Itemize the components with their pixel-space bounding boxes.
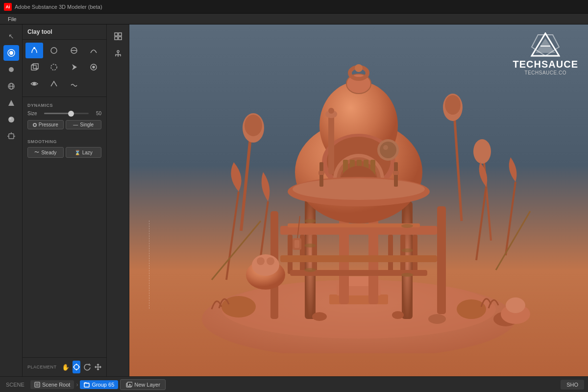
brand-url: TECHSAUCE.CO <box>513 70 578 75</box>
snake-btn[interactable] <box>65 76 83 92</box>
mountain-tool-btn[interactable] <box>3 95 19 111</box>
pressure-label: Pressure <box>39 122 58 127</box>
svg-line-89 <box>241 133 251 231</box>
techsauce-logo <box>531 32 560 57</box>
svg-line-99 <box>476 187 486 260</box>
svg-point-94 <box>445 95 461 115</box>
globe-tool-btn[interactable] <box>3 78 19 94</box>
placement-label: PLACEMENT <box>27 365 57 369</box>
svg-marker-21 <box>72 64 77 70</box>
pressure-btn[interactable]: Pressure <box>27 120 64 129</box>
grid-panel-icon <box>114 32 122 41</box>
group-icon <box>84 382 90 388</box>
group-label: Group 65 <box>92 382 114 388</box>
new-layer-label: New Layer <box>134 382 160 388</box>
svg-point-114 <box>392 311 404 319</box>
svg-point-8 <box>9 118 11 120</box>
menu-bar: File <box>0 14 588 24</box>
left-panel: Clay tool <box>23 24 107 376</box>
svg-point-79 <box>383 145 388 150</box>
svg-point-113 <box>312 312 327 321</box>
bottom-bar: SCENE Scene Root › Group 65 New Layer SH… <box>0 376 588 392</box>
sculpture-svg <box>163 35 555 353</box>
eye-icon <box>30 79 39 88</box>
size-slider-fill <box>44 113 71 114</box>
rotate-placement-btn[interactable] <box>83 361 91 373</box>
svg-rect-130 <box>84 383 89 387</box>
svg-point-2 <box>9 67 14 72</box>
sphere-icon <box>7 116 15 123</box>
brand-name: TECHSAUCE <box>513 59 578 70</box>
svg-rect-35 <box>119 37 122 40</box>
svg-rect-83 <box>318 171 324 175</box>
cube-btn[interactable] <box>25 59 43 75</box>
svg-point-0 <box>9 51 13 55</box>
single-btn[interactable]: — Single <box>66 120 102 129</box>
cube-icon <box>30 63 39 72</box>
scene-label: SCENE <box>4 382 28 388</box>
svg-rect-33 <box>119 33 122 36</box>
single-icon: — <box>73 122 78 127</box>
cross-placement-btn[interactable] <box>94 361 102 373</box>
svg-rect-110 <box>294 240 299 248</box>
svg-point-25 <box>74 365 79 369</box>
svg-point-20 <box>51 64 57 70</box>
svg-point-13 <box>33 47 35 49</box>
lazy-btn[interactable]: ⌛ Lazy <box>66 147 102 158</box>
snake-icon <box>70 79 78 88</box>
anchor-panel-btn[interactable] <box>110 46 126 62</box>
divider-1 <box>23 97 106 97</box>
svg-rect-58 <box>288 223 420 227</box>
lazy-label: Lazy <box>82 150 93 155</box>
hand-placement-btn[interactable]: ✋ <box>62 361 70 373</box>
new-layer-btn[interactable]: New Layer <box>120 379 166 390</box>
sphere-tool-btn[interactable] <box>3 112 19 127</box>
size-slider-track[interactable] <box>44 113 89 114</box>
anchor-panel-icon <box>114 49 122 58</box>
select-tool-btn[interactable]: ↖ <box>3 28 19 44</box>
svg-point-115 <box>428 314 446 324</box>
dynamics-section: DYNAMICS Size 50 Pressure — Single <box>23 99 106 137</box>
placement-section: PLACEMENT ✋ <box>23 357 106 376</box>
lasso-btn[interactable] <box>45 59 63 75</box>
globe-icon <box>7 82 15 90</box>
arrow-btn[interactable] <box>65 59 83 75</box>
show-btn[interactable]: SHO <box>561 380 584 390</box>
steady-wave-icon: 〜 <box>34 149 39 156</box>
single-label: Single <box>80 122 94 127</box>
svg-point-96 <box>473 139 491 164</box>
svg-point-66 <box>355 64 363 72</box>
scene-root-btn[interactable]: Scene Root <box>30 380 74 389</box>
target-placement-btn[interactable] <box>73 361 80 373</box>
paint-tool-btn[interactable] <box>3 62 19 77</box>
inflate-btn[interactable] <box>45 43 63 58</box>
stamp-tool-btn[interactable] <box>3 128 19 144</box>
svg-point-88 <box>328 108 334 114</box>
scene-root-icon <box>34 382 40 388</box>
steady-label: Steady <box>41 150 56 155</box>
svg-rect-59 <box>280 255 437 262</box>
svg-point-112 <box>506 297 525 313</box>
eye-btn[interactable] <box>25 76 43 92</box>
smoothing-toggle-group: 〜 Steady ⌛ Lazy <box>27 147 101 158</box>
clay-sculpt-btn[interactable] <box>25 43 43 58</box>
mountain-icon <box>7 99 15 107</box>
clay-tool-btn[interactable] <box>3 45 19 61</box>
size-slider-thumb[interactable] <box>68 111 74 117</box>
menu-file[interactable]: File <box>4 14 21 24</box>
peak-btn[interactable] <box>45 76 63 92</box>
paint-icon <box>7 66 15 74</box>
flatten-btn[interactable] <box>65 43 83 58</box>
pin-btn[interactable] <box>85 59 102 75</box>
steady-btn[interactable]: 〜 Steady <box>27 147 64 158</box>
crease-btn[interactable] <box>85 43 102 58</box>
svg-point-24 <box>33 83 36 85</box>
svg-line-92 <box>454 113 462 221</box>
inflate-icon <box>49 46 58 55</box>
svg-point-78 <box>380 142 396 158</box>
group-65-btn[interactable]: Group 65 <box>80 380 118 389</box>
new-layer-icon <box>125 381 132 388</box>
grid-panel-btn[interactable] <box>110 28 126 44</box>
svg-rect-32 <box>115 33 118 36</box>
viewport[interactable]: TECHSAUCE TECHSAUCE.CO <box>129 24 588 376</box>
